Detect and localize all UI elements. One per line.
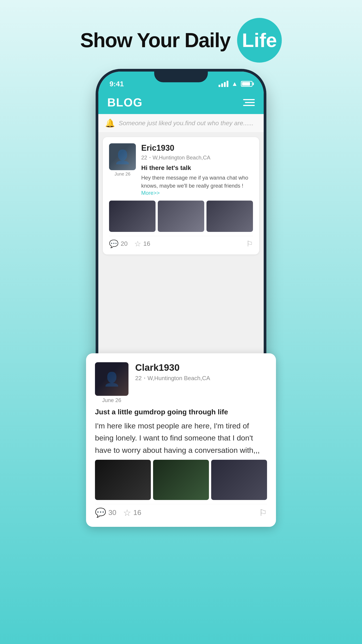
post-image-eric-3	[206, 200, 253, 232]
life-badge: Life	[237, 18, 282, 62]
post-info-eric: Eric1930 22・W,Huntington Beach,CA Hi the…	[141, 143, 253, 196]
post-image-eric-1	[109, 200, 156, 232]
notification-bar[interactable]: 🔔 Someone just liked you.find out who th…	[98, 114, 264, 132]
post-meta-eric: 22・W,Huntington Beach,CA	[141, 154, 253, 161]
post-image-clark-3	[211, 460, 267, 500]
content-area: 👤 June 26 Eric1930 22・W,Huntington Beach…	[98, 132, 264, 380]
status-icons: ▲	[219, 80, 253, 88]
post-date-eric: June 26	[114, 172, 130, 177]
post-info-clark: Clark1930 22・W,Huntington Beach,CA	[135, 362, 267, 385]
phone-wrapper: 9:41 ▲ BLOG	[98, 72, 264, 412]
post-image-clark-1	[95, 460, 151, 500]
avatar-eric: 👤	[109, 143, 136, 170]
app-header: BLOG	[98, 92, 264, 114]
post-actions-clark: 💬 30 ☆ 16 ⚐	[95, 504, 267, 518]
post-header-clark: 👤 June 26 Clark1930 22・W,Huntington Beac…	[95, 362, 267, 404]
post-header-eric: 👤 June 26 Eric1930 22・W,Huntington Beach…	[109, 143, 253, 196]
flag-icon-eric[interactable]: ⚐	[246, 239, 253, 248]
post-image-clark-2	[153, 460, 209, 500]
post-body-clark: I'm here like most people are here, I'm …	[95, 420, 267, 456]
comment-count-eric: 20	[121, 240, 128, 247]
tagline: Show Your Daily	[80, 29, 230, 52]
comment-action-clark[interactable]: 💬 30	[95, 507, 116, 518]
floating-card-clark: 👤 June 26 Clark1930 22・W,Huntington Beac…	[86, 353, 276, 527]
comment-icon-clark: 💬	[95, 507, 106, 518]
star-action-clark[interactable]: ☆ 16	[123, 508, 141, 518]
post-username-eric: Eric1930	[141, 143, 253, 153]
post-more-eric[interactable]: More>>	[141, 190, 253, 196]
notification-text: Someone just liked you.find out who they…	[119, 120, 254, 127]
star-icon-eric: ☆	[134, 239, 141, 248]
avatar-wrap-eric: 👤 June 26	[109, 143, 136, 177]
life-text: Life	[242, 29, 277, 52]
avatar-clark: 👤	[95, 362, 128, 396]
comment-action-eric[interactable]: 💬 20	[109, 239, 128, 248]
avatar-wrap-clark: 👤 June 26	[95, 362, 128, 404]
menu-button[interactable]	[243, 99, 255, 106]
comment-count-clark: 30	[108, 508, 116, 517]
star-action-eric[interactable]: ☆ 16	[134, 239, 150, 248]
status-bar: 9:41 ▲	[98, 72, 264, 92]
post-subtitle-eric: Hi there let's talk	[141, 164, 253, 172]
notch	[154, 72, 208, 82]
status-time: 9:41	[109, 80, 124, 88]
post-date-clark: June 26	[102, 397, 121, 404]
post-image-eric-2	[158, 200, 204, 232]
post-images-clark	[95, 460, 267, 500]
battery-icon	[241, 81, 253, 87]
star-icon-clark: ☆	[123, 508, 131, 518]
bell-icon: 🔔	[105, 118, 115, 128]
page-header: Show Your Daily Life	[0, 18, 362, 62]
comment-icon-eric: 💬	[109, 239, 118, 248]
post-images-eric	[109, 200, 253, 232]
post-card-eric: 👤 June 26 Eric1930 22・W,Huntington Beach…	[103, 137, 259, 254]
post-actions-eric: 💬 20 ☆ 16 ⚐	[109, 236, 253, 248]
post-body-eric: Hey there message me if ya wanna chat wh…	[141, 174, 253, 190]
wifi-icon: ▲	[232, 80, 238, 88]
star-count-eric: 16	[143, 240, 150, 247]
star-count-clark: 16	[133, 508, 141, 517]
post-meta-clark: 22・W,Huntington Beach,CA	[135, 374, 267, 382]
app-title: BLOG	[107, 96, 143, 109]
signal-icon	[219, 81, 228, 87]
post-username-clark: Clark1930	[135, 362, 267, 373]
post-subtitle-clark: Just a little gumdrop going through life	[95, 408, 267, 416]
flag-icon-clark[interactable]: ⚐	[259, 508, 267, 518]
